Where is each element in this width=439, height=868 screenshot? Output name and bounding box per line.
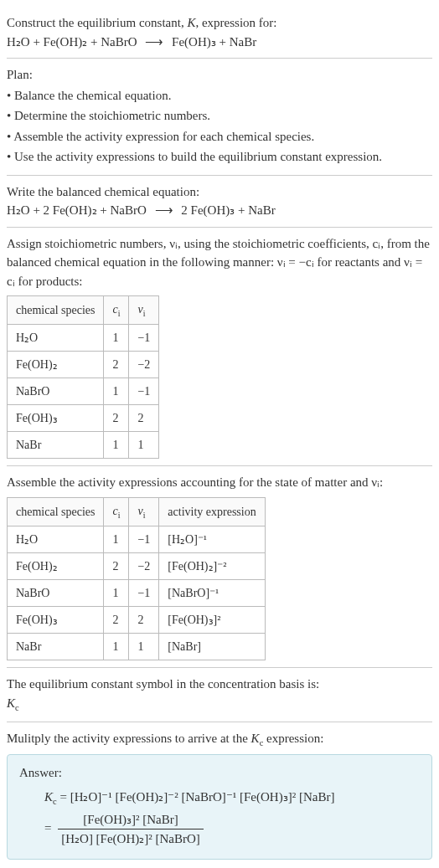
cell-vi: −1 xyxy=(129,325,159,352)
table-row: NaBrO1−1[NaBrO]⁻¹ xyxy=(8,580,266,607)
th-activity: activity expression xyxy=(159,497,265,526)
cell-ci: 1 xyxy=(104,325,129,352)
assign-section: Assign stoichiometric numbers, νᵢ, using… xyxy=(7,228,432,467)
construct-line: Construct the equilibrium constant, K, e… xyxy=(7,13,432,33)
cell-ci: 2 xyxy=(104,607,129,634)
balanced-lhs: H₂O + 2 Fe(OH)₂ + NaBrO xyxy=(7,203,147,217)
th-species: chemical species xyxy=(8,497,104,526)
cell-vi: −1 xyxy=(129,526,159,553)
balanced-rhs: 2 Fe(OH)₃ + NaBr xyxy=(181,203,275,217)
fraction-numerator: [Fe(OH)₃]² [NaBr] xyxy=(58,810,204,830)
table-row: Fe(OH)₂2−2[Fe(OH)₂]⁻² xyxy=(8,553,266,580)
cell-species: NaBr xyxy=(8,432,104,459)
cell-ci: 2 xyxy=(104,405,129,432)
cell-activity: [Fe(OH)₃]² xyxy=(159,607,265,634)
cell-vi: −2 xyxy=(129,553,159,580)
cell-species: Fe(OH)₂ xyxy=(8,553,104,580)
cell-vi: −1 xyxy=(129,378,159,405)
plan-section: Plan: • Balance the chemical equation. •… xyxy=(7,59,432,176)
fraction-denominator: [H₂O] [Fe(OH)₂]² [NaBrO] xyxy=(58,829,204,849)
th-vi: νi xyxy=(129,296,159,325)
arrow-icon: ⟶ xyxy=(140,35,168,49)
balanced-label: Write the balanced chemical equation: xyxy=(7,182,432,202)
th-species: chemical species xyxy=(8,296,104,325)
plan-title: Plan: xyxy=(7,65,432,85)
plan-bullet-1: • Balance the chemical equation. xyxy=(7,86,432,105)
table-row: NaBr11[NaBr] xyxy=(8,634,266,660)
kc-symbol: Kc xyxy=(7,694,432,715)
th-ci: ci xyxy=(104,296,129,325)
plan-bullet-4: • Use the activity expressions to build … xyxy=(7,147,432,167)
answer-equation-fraction: = [Fe(OH)₃]² [NaBr] [H₂O] [Fe(OH)₂]² [Na… xyxy=(44,810,420,849)
cell-species: Fe(OH)₃ xyxy=(8,405,104,432)
activity-table: chemical species ci νi activity expressi… xyxy=(7,497,266,660)
table-row: NaBrO1−1 xyxy=(8,378,159,405)
fraction: [Fe(OH)₃]² [NaBr] [H₂O] [Fe(OH)₂]² [NaBr… xyxy=(58,810,204,849)
multiply-pre: Mulitply the activity expressions to arr… xyxy=(7,732,251,745)
cell-ci: 1 xyxy=(104,432,129,459)
cell-ci: 2 xyxy=(104,553,129,580)
eq-lhs: H₂O + Fe(OH)₂ + NaBrO xyxy=(7,35,137,49)
cell-activity: [H₂O]⁻¹ xyxy=(159,526,265,553)
th-vi: νi xyxy=(129,497,159,526)
table-row: NaBr11 xyxy=(8,432,159,459)
answer-box: Answer: Kc = [H₂O]⁻¹ [Fe(OH)₂]⁻² [NaBrO]… xyxy=(7,754,432,859)
answer-label: Answer: xyxy=(19,763,420,783)
cell-ci: 1 xyxy=(104,634,129,660)
unbalanced-equation: H₂O + Fe(OH)₂ + NaBrO ⟶ Fe(OH)₃ + NaBr xyxy=(7,33,432,52)
flat-product: [H₂O]⁻¹ [Fe(OH)₂]⁻² [NaBrO]⁻¹ [Fe(OH)₃]²… xyxy=(70,790,335,804)
cell-vi: −2 xyxy=(129,352,159,378)
cell-ci: 1 xyxy=(104,580,129,607)
multiply-text: Mulitply the activity expressions to arr… xyxy=(7,729,432,750)
construct-text-pre: Construct the equilibrium constant, xyxy=(7,16,187,29)
stoich-table: chemical species ci νi H₂O1−1 Fe(OH)₂2−2… xyxy=(7,295,159,459)
construct-text-post: , expression for: xyxy=(195,16,276,29)
assemble-text: Assemble the activity expressions accoun… xyxy=(7,473,432,492)
assemble-section: Assemble the activity expressions accoun… xyxy=(7,466,432,668)
equals-2: = xyxy=(44,821,54,835)
cell-species: H₂O xyxy=(8,526,104,553)
cell-vi: 2 xyxy=(129,405,159,432)
cell-activity: [NaBr] xyxy=(159,634,265,660)
multiply-section: Mulitply the activity expressions to arr… xyxy=(7,722,432,866)
construct-header: Construct the equilibrium constant, K, e… xyxy=(7,7,432,59)
cell-species: Fe(OH)₃ xyxy=(8,607,104,634)
kc-inline: K xyxy=(251,732,260,745)
cell-species: H₂O xyxy=(8,325,104,352)
cell-species: NaBr xyxy=(8,634,104,660)
cell-activity: [Fe(OH)₂]⁻² xyxy=(159,553,265,580)
cell-activity: [NaBrO]⁻¹ xyxy=(159,580,265,607)
plan-bullet-2: • Determine the stoichiometric numbers. xyxy=(7,106,432,126)
equals: = xyxy=(59,790,70,804)
table-row: Fe(OH)₂2−2 xyxy=(8,352,159,378)
th-ci: ci xyxy=(104,497,129,526)
table-header-row: chemical species ci νi xyxy=(8,296,159,325)
symbol-text: The equilibrium constant symbol in the c… xyxy=(7,675,432,694)
table-row: H₂O1−1 xyxy=(8,325,159,352)
cell-ci: 1 xyxy=(104,526,129,553)
cell-vi: 2 xyxy=(129,607,159,634)
cell-ci: 2 xyxy=(104,352,129,378)
k-symbol: K xyxy=(187,16,195,29)
table-row: Fe(OH)₃22 xyxy=(8,405,159,432)
balanced-section: Write the balanced chemical equation: H₂… xyxy=(7,176,432,228)
assign-text: Assign stoichiometric numbers, νᵢ, using… xyxy=(7,234,432,291)
cell-vi: 1 xyxy=(129,634,159,660)
cell-species: NaBrO xyxy=(8,378,104,405)
cell-ci: 1 xyxy=(104,378,129,405)
cell-vi: −1 xyxy=(129,580,159,607)
answer-equation-flat: Kc = [H₂O]⁻¹ [Fe(OH)₂]⁻² [NaBrO]⁻¹ [Fe(O… xyxy=(44,788,420,809)
balanced-equation: H₂O + 2 Fe(OH)₂ + NaBrO ⟶ 2 Fe(OH)₃ + Na… xyxy=(7,201,432,220)
symbol-section: The equilibrium constant symbol in the c… xyxy=(7,668,432,722)
multiply-post: expression: xyxy=(263,732,323,745)
cell-species: NaBrO xyxy=(8,580,104,607)
kc-lhs: K xyxy=(44,790,53,804)
table-header-row: chemical species ci νi activity expressi… xyxy=(8,497,266,526)
arrow-icon: ⟶ xyxy=(150,203,178,217)
cell-vi: 1 xyxy=(129,432,159,459)
table-row: H₂O1−1[H₂O]⁻¹ xyxy=(8,526,266,553)
eq-rhs: Fe(OH)₃ + NaBr xyxy=(172,35,256,49)
cell-species: Fe(OH)₂ xyxy=(8,352,104,378)
plan-bullet-3: • Assemble the activity expression for e… xyxy=(7,127,432,146)
table-row: Fe(OH)₃22[Fe(OH)₃]² xyxy=(8,607,266,634)
